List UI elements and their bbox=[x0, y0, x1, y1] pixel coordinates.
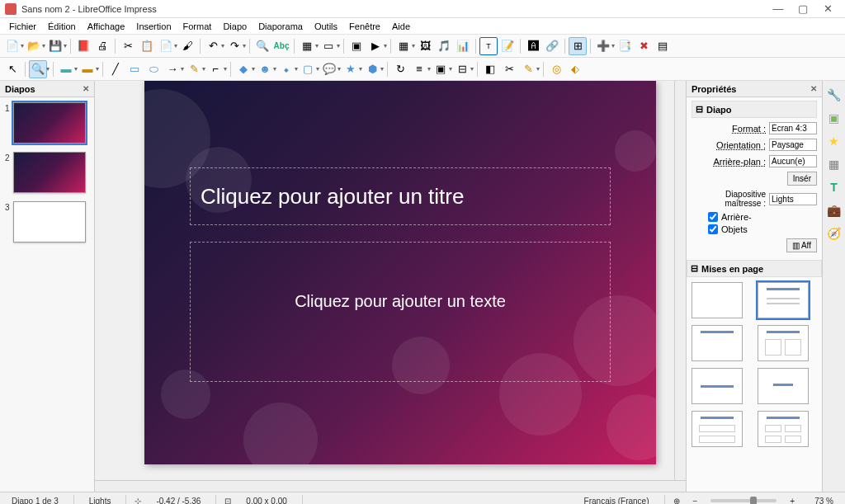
arrow-dropdown[interactable]: ▾ bbox=[181, 65, 184, 73]
layout-split-h[interactable] bbox=[692, 411, 743, 447]
status-lang[interactable]: Français (France) bbox=[578, 497, 656, 505]
zoom-icon[interactable]: 🔍 bbox=[29, 60, 47, 78]
hyperlink-icon[interactable]: 🔗 bbox=[543, 37, 561, 55]
textbox-v-icon[interactable]: 📝 bbox=[498, 37, 517, 55]
zoom-in-icon[interactable]: + bbox=[785, 497, 800, 505]
callout-dropdown[interactable]: ▾ bbox=[338, 65, 341, 73]
layout-two-content[interactable] bbox=[758, 325, 809, 361]
tab-master-icon[interactable]: ▦ bbox=[825, 155, 843, 173]
select-icon[interactable]: ↖ bbox=[3, 60, 21, 78]
symbol-dropdown[interactable]: ▾ bbox=[273, 65, 276, 73]
connector-dropdown[interactable]: ▾ bbox=[224, 65, 227, 73]
menu-diaporama[interactable]: Diaporama bbox=[253, 20, 309, 33]
title-placeholder[interactable]: Cliquez pour ajouter un titre bbox=[190, 167, 611, 225]
table-icon[interactable]: ▦ bbox=[394, 37, 413, 55]
new-dropdown[interactable]: ▾ bbox=[21, 42, 24, 49]
check-background[interactable] bbox=[708, 212, 718, 222]
slide-layout-icon[interactable]: ▤ bbox=[654, 37, 672, 55]
basic-shapes-dropdown[interactable]: ▾ bbox=[252, 65, 255, 73]
presentation-dropdown[interactable]: ▾ bbox=[384, 42, 387, 49]
rotate-icon[interactable]: ↻ bbox=[391, 60, 409, 78]
slide-thumb-2[interactable] bbox=[13, 152, 86, 193]
menu-fenetre[interactable]: Fenêtre bbox=[343, 20, 386, 33]
background-field[interactable] bbox=[769, 155, 817, 167]
line-dropdown[interactable]: ▾ bbox=[96, 65, 99, 73]
arrange-icon[interactable]: ▣ bbox=[432, 60, 450, 78]
3d-dropdown[interactable]: ▾ bbox=[380, 65, 384, 73]
arrow-line-icon[interactable]: → bbox=[163, 60, 182, 78]
menu-edition[interactable]: Édition bbox=[42, 20, 82, 33]
slides-panel-close[interactable]: ✕ bbox=[83, 84, 89, 93]
canvas-hscroll[interactable] bbox=[95, 480, 686, 492]
content-placeholder[interactable]: Cliquez pour ajouter un texte bbox=[190, 242, 611, 382]
ellipse-icon[interactable]: ⬭ bbox=[144, 60, 163, 78]
save-dropdown[interactable]: ▾ bbox=[64, 42, 67, 49]
format-field[interactable] bbox=[769, 122, 817, 134]
check-objects[interactable] bbox=[708, 224, 718, 234]
symbol-shapes-icon[interactable]: ☻ bbox=[256, 60, 274, 78]
curve-icon[interactable]: ✎ bbox=[185, 60, 203, 78]
zoom-slider[interactable] bbox=[710, 499, 777, 502]
copy-icon[interactable]: 📋 bbox=[138, 37, 156, 55]
presentation-icon[interactable]: ▶ bbox=[366, 37, 385, 55]
tab-properties-icon[interactable]: 🔧 bbox=[825, 86, 843, 104]
stars-icon[interactable]: ★ bbox=[342, 60, 360, 78]
master-field[interactable] bbox=[769, 193, 817, 205]
status-zoom[interactable]: 73 % bbox=[808, 497, 840, 505]
minimize-button[interactable]: — bbox=[766, 2, 791, 15]
slide-canvas[interactable]: Cliquez pour ajouter un titre Cliquez po… bbox=[144, 81, 656, 464]
slide-thumb-1[interactable] bbox=[13, 102, 86, 144]
redo-icon[interactable]: ↷ bbox=[225, 37, 243, 55]
section-layouts[interactable]: ⊟ Mises en page bbox=[687, 260, 822, 277]
menu-format[interactable]: Format bbox=[177, 20, 218, 33]
menu-diapo[interactable]: Diapo bbox=[217, 20, 253, 33]
canvas-area[interactable]: Cliquez pour ajouter un titre Cliquez po… bbox=[95, 81, 686, 492]
tab-navigator-icon[interactable]: 🧭 bbox=[825, 224, 843, 243]
distribute-icon[interactable]: ⊟ bbox=[453, 60, 471, 78]
crop-icon[interactable]: ✂ bbox=[500, 60, 518, 78]
block-arrows-icon[interactable]: ⬥ bbox=[277, 60, 295, 78]
glue-icon[interactable]: ◎ bbox=[547, 60, 565, 78]
duplicate-slide-icon[interactable]: 📑 bbox=[616, 37, 634, 55]
fontwork-icon[interactable]: 🅰 bbox=[524, 37, 542, 55]
flowchart-dropdown[interactable]: ▾ bbox=[316, 65, 319, 73]
layout-content-only[interactable] bbox=[692, 368, 743, 404]
flowchart-icon[interactable]: ▢ bbox=[299, 60, 317, 78]
shadow-icon[interactable]: ◧ bbox=[481, 60, 499, 78]
new-slide-icon[interactable]: ➕ bbox=[594, 37, 612, 55]
rectangle-icon[interactable]: ▭ bbox=[125, 60, 144, 78]
menu-fichier[interactable]: Fichier bbox=[3, 20, 42, 33]
insert-button[interactable]: Insér bbox=[787, 172, 817, 186]
paste-icon[interactable]: 📄 bbox=[157, 37, 175, 55]
callout-icon[interactable]: 💬 bbox=[320, 60, 338, 78]
layout-title-content[interactable] bbox=[758, 282, 809, 318]
basic-shapes-icon[interactable]: ◆ bbox=[234, 60, 253, 78]
undo-icon[interactable]: ↶ bbox=[204, 37, 222, 55]
aff-button[interactable]: ▥ Aff bbox=[786, 238, 817, 252]
chart-icon[interactable]: 📊 bbox=[454, 37, 472, 55]
tab-gallery-icon[interactable]: 💼 bbox=[825, 201, 843, 219]
save-icon[interactable]: 💾 bbox=[46, 37, 64, 55]
maximize-button[interactable]: ▢ bbox=[791, 2, 815, 15]
new-icon[interactable]: 📄 bbox=[3, 37, 21, 55]
line-icon[interactable]: ╱ bbox=[106, 60, 125, 78]
print-icon[interactable]: 🖨 bbox=[93, 37, 111, 55]
filter-dropdown[interactable]: ▾ bbox=[536, 65, 540, 73]
menu-outils[interactable]: Outils bbox=[309, 20, 343, 33]
paste-dropdown[interactable]: ▾ bbox=[174, 42, 177, 49]
section-diapo[interactable]: ⊟ Diapo bbox=[692, 101, 817, 118]
grid-icon[interactable]: ▦ bbox=[298, 37, 316, 55]
textbox-icon[interactable]: T bbox=[479, 37, 498, 55]
align-dropdown[interactable]: ▾ bbox=[427, 65, 431, 73]
fill-dropdown[interactable]: ▾ bbox=[74, 65, 78, 73]
extrusion-icon[interactable]: ⬖ bbox=[566, 60, 584, 78]
delete-slide-icon[interactable]: ✖ bbox=[635, 37, 653, 55]
tab-slide-transition-icon[interactable]: ▣ bbox=[825, 109, 843, 127]
undo-dropdown[interactable]: ▾ bbox=[221, 42, 224, 49]
master-slide-icon[interactable]: ▣ bbox=[347, 37, 366, 55]
tab-animation-icon[interactable]: ★ bbox=[825, 132, 843, 150]
image-icon[interactable]: 🖼 bbox=[416, 37, 434, 55]
tab-styles-icon[interactable]: T bbox=[825, 178, 843, 196]
stars-dropdown[interactable]: ▾ bbox=[359, 65, 362, 73]
3d-icon[interactable]: ⬢ bbox=[363, 60, 381, 78]
